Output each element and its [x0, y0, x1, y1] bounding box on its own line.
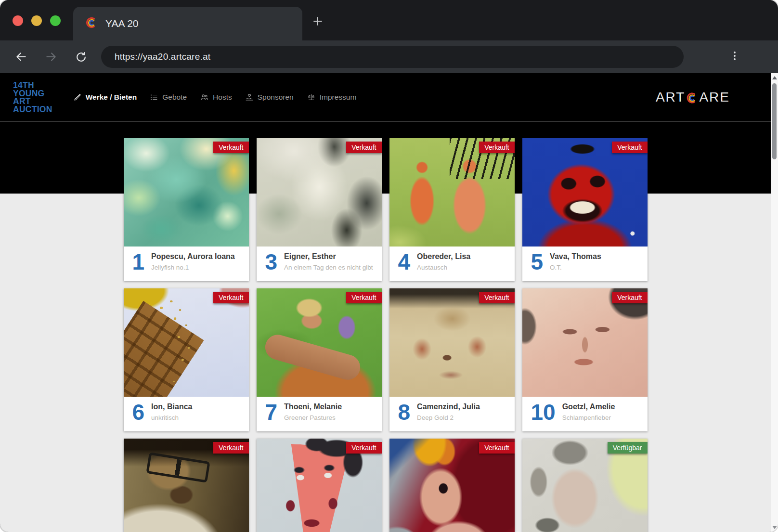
nav-item-label: Impressum [320, 93, 357, 102]
artwork-image[interactable]: Verkauft [522, 138, 648, 247]
artwork-number: 3 [265, 251, 278, 273]
status-badge: Verkauft [213, 142, 248, 153]
artwork-artist: Camenzind, Julia [417, 402, 480, 411]
artwork-card[interactable]: Verfügbar [522, 439, 648, 532]
status-badge: Verkauft [346, 142, 381, 153]
nav-item-sponsoren[interactable]: Sponsoren [245, 93, 294, 102]
artwork-image[interactable]: Verkauft [522, 288, 648, 397]
site-logo[interactable]: 14TH YOUNG ART AUCTION [13, 81, 52, 113]
artwork-image[interactable]: Verkauft [389, 138, 515, 247]
artcare-circle-icon [685, 91, 699, 104]
status-badge: Verkauft [479, 142, 514, 153]
artwork-meta: 4 Obereder, Lisa Austausch [389, 247, 515, 281]
brand-text: ARE [699, 90, 730, 105]
people-icon [200, 93, 209, 102]
back-button[interactable] [14, 50, 28, 64]
artwork-image[interactable]: Verkauft [389, 288, 515, 397]
artwork-image[interactable]: Verkauft [124, 439, 249, 532]
logo-line: AUCTION [13, 105, 52, 114]
artwork-artist: Eigner, Esther [284, 252, 373, 261]
artwork-artist: Vava, Thomas [550, 252, 601, 261]
site-content: 14TH YOUNG ART AUCTION Werke / Bieten [0, 73, 771, 532]
artcare-logo[interactable]: ART ARE [656, 90, 730, 105]
artwork-number: 6 [132, 401, 145, 423]
nav-item-label: Werke / Bieten [86, 93, 137, 102]
page-viewport: 14TH YOUNG ART AUCTION Werke / Bieten [0, 73, 778, 532]
artwork-artist: Goetzl, Amelie [562, 402, 615, 411]
artwork-number: 8 [398, 401, 411, 423]
browser-window: YAA 20 https://yaa20.artcare.at [0, 0, 778, 532]
artwork-title: Schlampenfieber [562, 414, 615, 421]
artwork-number: 10 [531, 401, 556, 423]
nav-item-label: Sponsoren [258, 93, 294, 102]
close-window-button[interactable] [13, 15, 23, 26]
artwork-card[interactable]: Verkauft [389, 439, 515, 532]
nav-item-label: Gebote [162, 93, 187, 102]
browser-menu-button[interactable] [729, 50, 740, 64]
artwork-card[interactable]: Verkauft 1 Popescu, Aurora Ioana Jellyfi… [124, 138, 249, 281]
minimize-window-button[interactable] [31, 15, 42, 26]
artwork-title: O.T. [550, 264, 601, 271]
artwork-image[interactable]: Verkauft [257, 288, 382, 397]
artwork-card[interactable]: Verkauft [257, 439, 382, 532]
browser-tab[interactable]: YAA 20 [73, 7, 302, 40]
artwork-meta: 6 Ion, Bianca unkritisch [124, 397, 249, 431]
artwork-meta: 7 Thoeni, Melanie Greener Pastures [257, 397, 382, 431]
artwork-image[interactable]: Verkauft [389, 439, 515, 532]
nav-item-hosts[interactable]: Hosts [200, 93, 232, 102]
artwork-title: An einem Tag den es nicht gibt [284, 264, 373, 271]
scrollbar-thumb[interactable] [772, 83, 777, 159]
nav-item-werke-bieten[interactable]: Werke / Bieten [73, 93, 137, 102]
tab-strip: YAA 20 [0, 0, 778, 40]
artwork-card[interactable]: Verkauft 5 Vava, Thomas O.T. [522, 138, 648, 281]
artwork-title: Austausch [417, 264, 470, 271]
nav-item-impressum[interactable]: Impressum [307, 93, 357, 102]
status-badge: Verkauft [213, 442, 248, 454]
new-tab-button[interactable] [309, 13, 326, 30]
artwork-card[interactable]: Verkauft 4 Obereder, Lisa Austausch [389, 138, 515, 281]
artwork-meta: 1 Popescu, Aurora Ioana Jellyfish no.1 [124, 247, 249, 281]
artwork-number: 1 [132, 251, 145, 273]
scrollbar-up-icon[interactable] [772, 76, 777, 79]
artwork-number: 4 [398, 251, 411, 273]
address-bar[interactable]: https://yaa20.artcare.at [101, 46, 684, 68]
nav-item-gebote[interactable]: Gebote [150, 93, 187, 102]
artwork-image[interactable]: Verfügbar [522, 439, 648, 532]
status-badge: Verkauft [612, 292, 647, 303]
artwork-image[interactable]: Verkauft [257, 138, 382, 247]
artwork-card[interactable]: Verkauft 6 Ion, Bianca unkritisch [124, 288, 249, 431]
artwork-card[interactable]: Verkauft [124, 439, 249, 532]
artwork-card[interactable]: Verkauft 3 Eigner, Esther An einem Tag d… [257, 138, 382, 281]
artwork-meta: 8 Camenzind, Julia Deep Gold 2 [389, 397, 515, 431]
status-badge: Verkauft [479, 442, 514, 454]
artwork-title: Deep Gold 2 [417, 414, 480, 421]
artwork-artist: Thoeni, Melanie [284, 402, 342, 411]
hand-heart-icon [245, 93, 254, 102]
artwork-artist: Ion, Bianca [151, 402, 192, 411]
status-badge: Verkauft [479, 292, 514, 303]
artwork-card[interactable]: Verkauft 7 Thoeni, Melanie Greener Pastu… [257, 288, 382, 431]
maximize-window-button[interactable] [50, 15, 61, 26]
brush-icon [73, 93, 82, 102]
tab-title: YAA 20 [105, 18, 139, 29]
main-navigation: Werke / Bieten Gebote [73, 93, 357, 102]
artwork-image[interactable]: Verkauft [124, 138, 249, 247]
status-badge: Verkauft [213, 292, 248, 303]
artwork-card[interactable]: Verkauft 10 Goetzl, Amelie Schlampenfieb… [522, 288, 648, 431]
artwork-image[interactable]: Verkauft [124, 288, 249, 397]
artwork-meta: 3 Eigner, Esther An einem Tag den es nic… [257, 247, 382, 281]
status-badge: Verkauft [346, 292, 381, 303]
page-scrollbar[interactable] [771, 73, 778, 532]
reload-button[interactable] [74, 50, 88, 64]
artwork-image[interactable]: Verkauft [257, 439, 382, 532]
artworks-grid: Verkauft 1 Popescu, Aurora Ioana Jellyfi… [124, 122, 648, 532]
artwork-card[interactable]: Verkauft 8 Camenzind, Julia Deep Gold 2 [389, 288, 515, 431]
site-favicon-icon [85, 16, 98, 31]
forward-button[interactable] [44, 50, 58, 64]
status-badge: Verkauft [612, 142, 647, 153]
status-badge: Verfügbar [608, 442, 648, 454]
browser-toolbar: https://yaa20.artcare.at [0, 40, 778, 73]
list-icon [150, 93, 158, 102]
scrollbar-down-icon[interactable] [772, 526, 777, 529]
nav-item-label: Hosts [213, 93, 232, 102]
